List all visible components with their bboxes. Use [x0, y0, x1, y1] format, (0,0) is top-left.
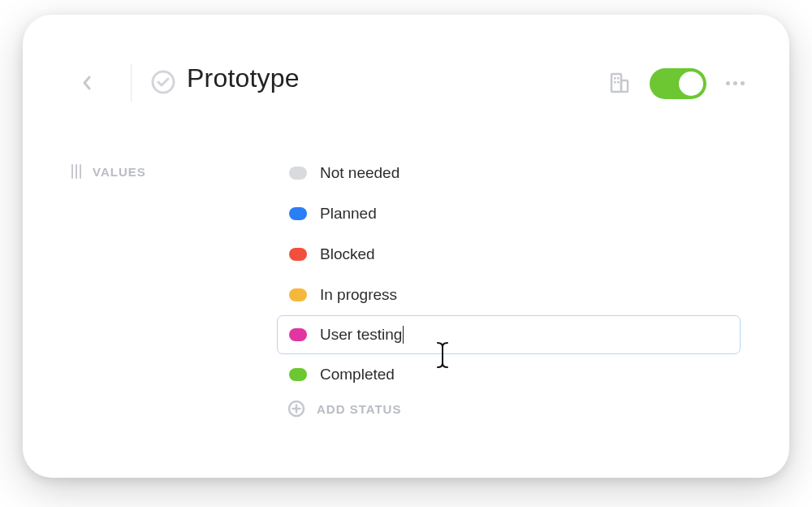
- status-name-label: Completed: [320, 366, 395, 384]
- toggle-knob: [679, 72, 703, 96]
- header-divider: [131, 63, 132, 102]
- status-list: Not neededPlannedBlockedIn progressUser …: [278, 153, 741, 418]
- svg-rect-1: [611, 74, 621, 92]
- values-label: VALUES: [93, 165, 146, 179]
- status-row[interactable]: In progress: [278, 275, 741, 315]
- status-name-label: Not needed: [320, 164, 400, 182]
- status-row[interactable]: Completed: [278, 354, 741, 395]
- status-row[interactable]: Not needed: [278, 153, 741, 193]
- status-color-dot: [289, 368, 307, 381]
- more-horizontal-icon: [726, 81, 730, 85]
- plus-circle-icon: [287, 400, 305, 418]
- values-section-header[interactable]: VALUES: [71, 164, 146, 179]
- status-row[interactable]: Blocked: [278, 234, 741, 275]
- status-name-input[interactable]: User testing: [320, 326, 404, 344]
- more-button[interactable]: [723, 73, 747, 93]
- status-color-dot: [289, 288, 307, 301]
- svg-rect-2: [621, 80, 628, 92]
- status-name-label: Planned: [320, 205, 377, 223]
- building-icon[interactable]: [608, 72, 631, 94]
- svg-rect-6: [617, 81, 620, 84]
- back-button[interactable]: [76, 72, 99, 94]
- check-circle-icon: [149, 68, 177, 96]
- status-row[interactable]: User testing: [277, 315, 741, 354]
- status-name-label: Blocked: [320, 245, 375, 263]
- settings-panel: Prototype VALUES Not neededPlannedBlocke: [23, 15, 789, 478]
- add-status-label: ADD STATUS: [317, 402, 401, 416]
- enable-toggle[interactable]: [650, 68, 706, 99]
- chevron-left-icon: [82, 75, 93, 91]
- page-title[interactable]: Prototype: [187, 63, 300, 93]
- svg-rect-3: [614, 77, 616, 80]
- status-row[interactable]: Planned: [278, 193, 741, 234]
- drag-handle-icon: [71, 164, 81, 179]
- status-name-label: In progress: [320, 286, 397, 304]
- svg-rect-5: [614, 81, 616, 84]
- add-status-button[interactable]: ADD STATUS: [278, 400, 741, 418]
- status-color-dot: [289, 207, 307, 220]
- status-color-dot: [289, 248, 307, 261]
- status-color-dot: [289, 328, 307, 341]
- text-caret: [403, 326, 404, 344]
- status-color-dot: [289, 167, 307, 180]
- header: Prototype: [23, 55, 789, 112]
- svg-rect-4: [617, 77, 620, 80]
